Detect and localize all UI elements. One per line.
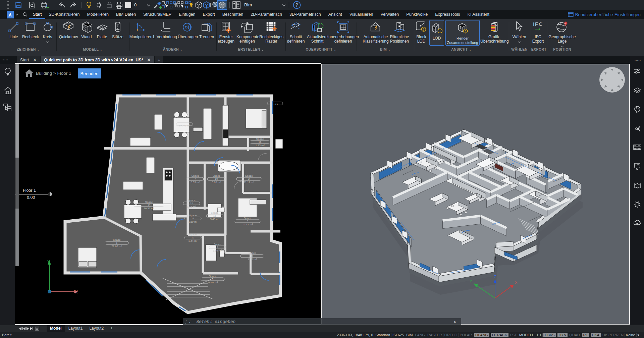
svg-text:76.52 m²: 76.52 m²	[144, 207, 154, 210]
svg-text:29.01 m²: 29.01 m²	[207, 281, 218, 284]
svg-text:Space: Space	[249, 251, 256, 255]
svg-text:X: X	[515, 280, 518, 285]
svg-text:1.73 m²: 1.73 m²	[255, 144, 264, 147]
svg-text:13: 13	[275, 103, 278, 106]
svg-text:11.11 m²: 11.11 m²	[244, 181, 254, 184]
svg-text:1.44 m²: 1.44 m²	[188, 239, 197, 242]
svg-text:1.59 m²: 1.59 m²	[188, 220, 197, 223]
svg-text:5: 5	[252, 255, 253, 258]
svg-text:Space: Space	[245, 174, 253, 177]
svg-text:Space: Space	[113, 238, 121, 241]
svg-text:Space: Space	[211, 211, 219, 214]
svg-text:2: 2	[148, 204, 150, 207]
svg-text:Space: Space	[244, 217, 252, 220]
svg-text:Y: Y	[47, 260, 50, 264]
svg-text:13: 13	[192, 217, 195, 220]
svg-text:IFC: IFC	[533, 21, 543, 27]
svg-text:Space: Space	[209, 275, 217, 278]
svg-text:16: 16	[259, 140, 262, 144]
svg-text:9.52 m²: 9.52 m²	[248, 258, 257, 261]
svg-text:Y: Y	[470, 279, 472, 284]
svg-text:11: 11	[213, 214, 216, 217]
svg-text:7: 7	[195, 177, 196, 180]
svg-text:Space: Space	[188, 199, 196, 202]
svg-text:Space: Space	[213, 174, 220, 177]
svg-text:Space: Space	[145, 201, 153, 204]
svg-text:15: 15	[190, 202, 193, 205]
svg-text:2: 2	[248, 177, 250, 180]
svg-text:3: 3	[217, 246, 218, 249]
svg-text:1: 1	[116, 241, 118, 244]
svg-text:10: 10	[215, 177, 218, 180]
svg-text:Space: Space	[214, 243, 221, 246]
svg-text:Space: Space	[256, 137, 264, 140]
svg-text:16.37 m²: 16.37 m²	[242, 223, 253, 226]
svg-text:X: X	[75, 289, 78, 294]
svg-text:Space: Space	[192, 174, 199, 177]
svg-text:9: 9	[247, 220, 249, 223]
svg-text:?: ?	[296, 2, 298, 8]
svg-text:6: 6	[212, 278, 214, 281]
svg-text:Space: Space	[189, 214, 197, 217]
svg-text:Z: Z	[494, 275, 496, 279]
svg-text:22.03 m²: 22.03 m²	[111, 245, 122, 248]
svg-text:1.15 m²: 1.15 m²	[187, 205, 196, 208]
svg-text:Space: Space	[189, 233, 197, 236]
svg-text:6.65 m²: 6.65 m²	[212, 181, 221, 184]
svg-text:5.59 m²: 5.59 m²	[213, 249, 222, 252]
svg-text:12: 12	[192, 236, 195, 239]
svg-text:3.45 m²: 3.45 m²	[210, 218, 219, 221]
svg-text:5.03 m²: 5.03 m²	[191, 181, 200, 184]
